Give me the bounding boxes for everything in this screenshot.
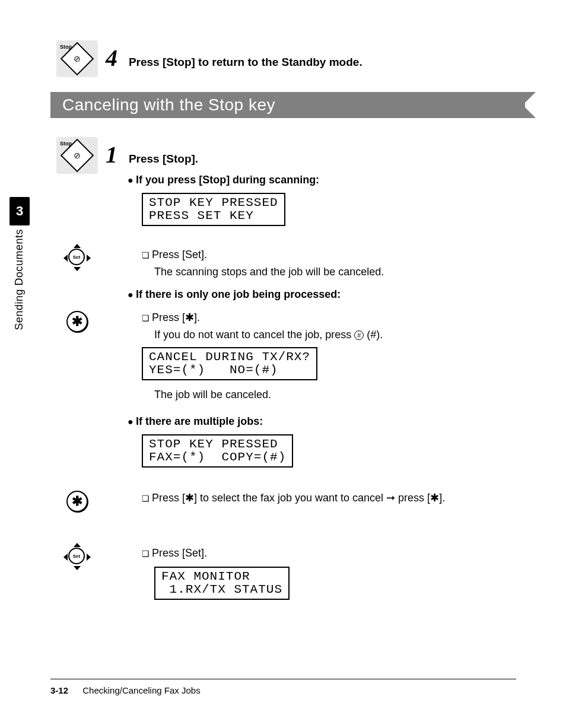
star-glyph-icon: ✱ xyxy=(185,492,194,504)
lcd-line: PRESS SET KEY xyxy=(149,209,254,222)
step-4-instruction: Press [Stop] to return to the Standby mo… xyxy=(129,56,363,68)
set-circle-icon: Set xyxy=(68,548,85,564)
lcd-line: YES=(*) NO=(#) xyxy=(149,363,278,377)
case-a-heading: If you press [Stop] during scanning: xyxy=(128,174,319,186)
step-4-number: 4 xyxy=(106,44,117,71)
star-glyph-icon: ✱ xyxy=(430,492,439,504)
case-b-heading: If there is only one job being processed… xyxy=(128,288,341,300)
lcd-line: STOP KEY PRESSED xyxy=(149,196,278,209)
stop-key-illustration: Stop ⊘ xyxy=(56,137,98,174)
star-key-illustration: ✱ xyxy=(64,488,90,514)
case-b-result: The job will be canceled. xyxy=(154,389,271,400)
chapter-title-vertical: Sending Documents xyxy=(13,229,26,330)
header-arrow-decor xyxy=(523,105,536,118)
footer-divider xyxy=(50,679,516,679)
page-number: 3-12 xyxy=(50,685,68,695)
stop-slash-icon: ⊘ xyxy=(74,54,81,63)
lcd-line: CANCEL DURING TX/RX? xyxy=(149,350,310,364)
lcd-line: STOP KEY PRESSED xyxy=(149,437,278,451)
section-title: Canceling with the Stop key xyxy=(50,92,525,118)
lcd-display: FAX MONITOR 1.RX/TX STATUS xyxy=(154,567,290,600)
stop-slash-icon: ⊘ xyxy=(74,151,81,160)
case-b-substep: Press [✱]. xyxy=(142,311,200,323)
footer-title: Checking/Canceling Fax Jobs xyxy=(82,685,200,695)
star-circle-icon: ✱ xyxy=(66,311,88,332)
chapter-number-box: 3 xyxy=(9,197,30,225)
star-circle-icon: ✱ xyxy=(66,491,88,512)
lcd-line: 1.RX/TX STATUS xyxy=(161,583,282,596)
case-b-description: If you do not want to cancel the job, pr… xyxy=(154,329,383,341)
chapter-sidebar: 3 Sending Documents xyxy=(9,197,30,330)
set-circle-icon: Set xyxy=(68,249,85,265)
set-key-illustration: Set xyxy=(61,541,93,573)
lcd-display: STOP KEY PRESSED FAX=(*) COPY=(#) xyxy=(142,434,293,468)
page-footer: 3-12 Checking/Canceling Fax Jobs xyxy=(50,685,201,695)
case-c-substep-1: Press [✱] to select the fax job you want… xyxy=(142,492,445,504)
case-a-substep: Press [Set]. xyxy=(142,249,207,260)
lcd-line: FAX MONITOR xyxy=(161,570,250,583)
set-key-illustration: Set xyxy=(61,241,93,274)
star-key-illustration: ✱ xyxy=(64,309,90,335)
lcd-line: FAX=(*) COPY=(#) xyxy=(149,450,286,464)
header-arrow-decor xyxy=(523,92,536,105)
arrow-right-icon: ➞ xyxy=(386,492,395,504)
lcd-display: STOP KEY PRESSED PRESS SET KEY xyxy=(142,193,285,226)
step-1-instruction: Press [Stop]. xyxy=(129,152,198,165)
lcd-display: CANCEL DURING TX/RX? YES=(*) NO=(#) xyxy=(142,347,317,380)
section-header-bar: Canceling with the Stop key xyxy=(50,92,525,118)
star-glyph-icon: ✱ xyxy=(185,311,194,323)
case-a-description: The scanning stops and the job will be c… xyxy=(154,266,384,278)
stop-key-illustration: Stop ⊘ xyxy=(56,40,98,77)
circled-hash-icon: # xyxy=(354,330,364,340)
case-c-substep-2: Press [Set]. xyxy=(142,547,207,559)
step-1-number: 1 xyxy=(106,141,117,168)
case-c-heading: If there are multiple jobs: xyxy=(128,415,263,427)
